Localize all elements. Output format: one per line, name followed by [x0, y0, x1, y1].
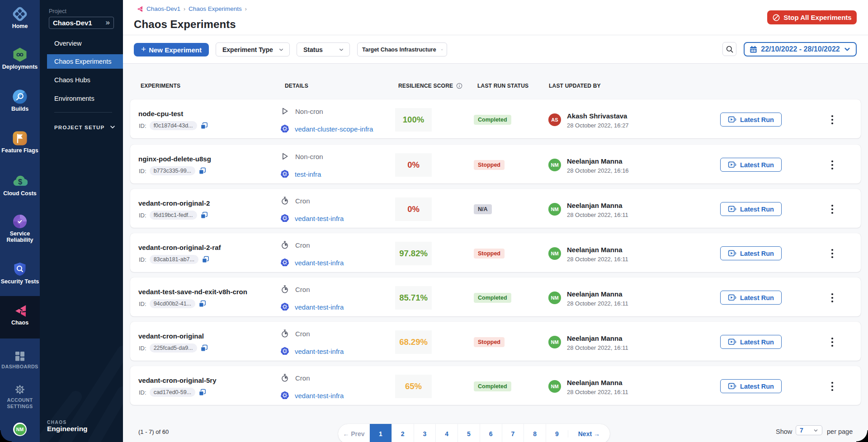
svg-text:$: $ — [18, 178, 22, 186]
